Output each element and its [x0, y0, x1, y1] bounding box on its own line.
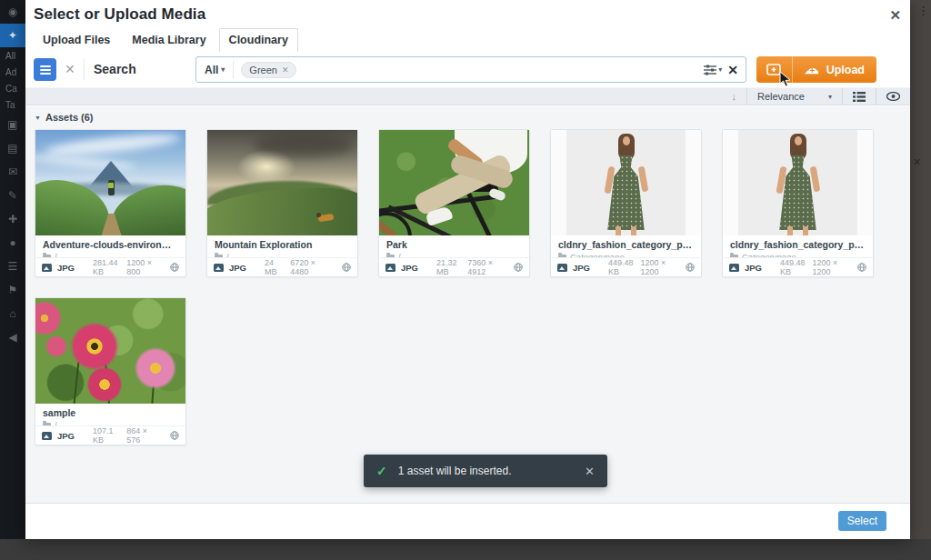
- search-label: Search: [94, 62, 136, 76]
- image-format-icon: [557, 264, 567, 272]
- chevron-down-icon: ▾: [718, 65, 722, 74]
- clear-search-icon[interactable]: ✕: [727, 63, 738, 77]
- users-icon[interactable]: ●: [0, 231, 25, 255]
- tab-media-library[interactable]: Media Library: [123, 29, 215, 52]
- collapse-menu-icon[interactable]: ◀: [0, 325, 25, 349]
- desktop-right-strip: ⋮ ✕: [910, 0, 931, 539]
- asset-card-mountain-exploration[interactable]: Mountain Exploration / JPG 24 MB 6720 × …: [206, 129, 358, 277]
- menu-dots-icon[interactable]: ⋮: [917, 5, 929, 16]
- chip-remove-icon[interactable]: ✕: [282, 65, 289, 75]
- screen: ◉ ✦ All Ad Ca Ta ▣ ▤ ✉ ✎ ✚ ● ☰ ⚑ ⌂ ◀ ⋮ ✕…: [0, 0, 931, 560]
- asset-format: JPG: [745, 263, 762, 273]
- asset-name: sample: [43, 407, 178, 418]
- list-view-button[interactable]: [843, 88, 876, 105]
- tab-cloudinary[interactable]: Cloudinary: [219, 28, 298, 53]
- chip-label: Green: [249, 65, 277, 75]
- asset-card-park[interactable]: Park / JPG 21.32 MB 7360 × 4912: [378, 129, 530, 277]
- image-format-icon: [385, 264, 395, 272]
- asset-dimensions: 6720 × 4480: [290, 258, 329, 276]
- image-format-icon: [42, 264, 52, 272]
- upload-button[interactable]: ☁+ Upload: [793, 56, 876, 83]
- sidebar-item-categories[interactable]: Ca: [0, 80, 25, 96]
- cloud-upload-icon: ☁+: [805, 64, 821, 76]
- sidebar-item-all-posts[interactable]: All: [0, 47, 25, 64]
- tab-upload-files[interactable]: Upload Files: [34, 29, 119, 52]
- asset-thumbnail[interactable]: [551, 130, 701, 235]
- pages-icon[interactable]: ▤: [0, 136, 25, 160]
- asset-thumbnail[interactable]: [723, 130, 873, 235]
- search-input[interactable]: All ▾ Green ✕: [195, 56, 746, 83]
- search-scope-dropdown[interactable]: All ▾: [196, 64, 233, 76]
- asset-thumbnail[interactable]: [379, 130, 529, 235]
- toast-message: 1 asset will be inserted.: [398, 465, 512, 477]
- appearance-icon[interactable]: ✎: [0, 184, 25, 207]
- collapse-icon: ▼: [35, 115, 41, 121]
- asset-thumbnail[interactable]: [35, 298, 185, 404]
- sidebar-item-tags[interactable]: Ta: [0, 96, 25, 113]
- sort-direction-button[interactable]: ↓: [722, 88, 747, 105]
- hamburger-icon: [40, 69, 51, 71]
- advanced-filter-button[interactable]: ▾: [704, 65, 722, 75]
- toast-close-icon[interactable]: ✕: [585, 465, 595, 478]
- wp-logo-icon[interactable]: ◉: [0, 0, 25, 24]
- sort-value: Relevance: [757, 91, 805, 102]
- desktop-close-icon[interactable]: ✕: [913, 156, 921, 168]
- modal-footer: Select: [25, 503, 910, 539]
- preview-toggle-button[interactable]: [876, 88, 910, 105]
- sidebar-item-add-new[interactable]: Ad: [0, 64, 25, 80]
- folder-icon: [386, 255, 395, 258]
- page-title: Select or Upload Media: [34, 5, 205, 24]
- posts-pin-icon[interactable]: ✦: [0, 24, 25, 47]
- globe-icon: [342, 263, 351, 272]
- asset-format: JPG: [57, 263, 75, 273]
- menu-toggle-button[interactable]: [34, 58, 56, 81]
- add-to-screen-button[interactable]: [756, 56, 793, 83]
- globe-icon: [686, 263, 695, 272]
- settings-icon[interactable]: ⚑: [0, 278, 25, 302]
- modal-close-icon[interactable]: ✕: [889, 7, 901, 24]
- asset-size: 21.32 MB: [436, 258, 462, 276]
- asset-card-fashion-product[interactable]: cldnry_fashion_category_product3 Categor…: [550, 129, 702, 277]
- scope-value: All: [205, 64, 218, 76]
- close-search-icon[interactable]: ✕: [65, 62, 75, 76]
- chevron-down-icon: ▾: [221, 65, 225, 74]
- folder-icon: [43, 255, 51, 258]
- filter-chip-green[interactable]: Green ✕: [241, 62, 296, 78]
- assets-count-label: Assets (6): [45, 112, 94, 123]
- plugins-icon[interactable]: ✚: [0, 207, 25, 231]
- asset-dimensions: 1200 × 1200: [641, 258, 673, 276]
- asset-format: JPG: [57, 431, 75, 441]
- insert-notification-toast: ✓ 1 asset will be inserted. ✕: [364, 455, 607, 487]
- divider: [233, 61, 234, 78]
- upload-label: Upload: [826, 64, 865, 76]
- asset-grid: Adventure-clouds-environment-672358 / JP…: [35, 129, 898, 445]
- eye-icon: [886, 92, 900, 101]
- asset-name: cldnry_fashion_category_product3: [558, 239, 694, 250]
- select-button[interactable]: Select: [838, 511, 886, 531]
- asset-card-sample[interactable]: sample / JPG 107.1 KB 864 × 576: [35, 297, 186, 445]
- list-view-icon: [853, 92, 866, 102]
- media-tabs: Upload Files Media Library Cloudinary: [25, 30, 910, 52]
- divider: [84, 59, 85, 80]
- media-icon[interactable]: ▣: [0, 113, 25, 136]
- globe-icon: [170, 263, 179, 272]
- comments-icon[interactable]: ✉: [0, 160, 25, 184]
- asset-card-adventure[interactable]: Adventure-clouds-environment-672358 / JP…: [35, 129, 186, 277]
- screen-add-icon: [766, 64, 781, 75]
- asset-size: 281.44 KB: [93, 258, 121, 276]
- asset-card-fashion-product[interactable]: cldnry_fashion_category_product3 Categor…: [722, 129, 874, 277]
- folder-icon: [215, 255, 223, 258]
- sliders-icon: [704, 65, 716, 75]
- sort-dropdown[interactable]: Relevance ▾: [747, 88, 842, 105]
- asset-size: 107.1 KB: [93, 426, 121, 445]
- asset-thumbnail[interactable]: [207, 130, 357, 235]
- assets-section-header[interactable]: ▼ Assets (6): [35, 112, 94, 123]
- tools-icon[interactable]: ☰: [0, 255, 25, 278]
- assets-area: ▼ Assets (6) Adventure-clouds-environmen…: [25, 106, 910, 503]
- asset-thumbnail[interactable]: [35, 130, 185, 235]
- asset-dimensions: 7360 × 4912: [467, 258, 501, 276]
- home-icon[interactable]: ⌂: [0, 302, 25, 325]
- globe-icon: [857, 263, 866, 272]
- globe-icon: [170, 431, 179, 440]
- upload-button-group[interactable]: ☁+ Upload: [756, 56, 876, 83]
